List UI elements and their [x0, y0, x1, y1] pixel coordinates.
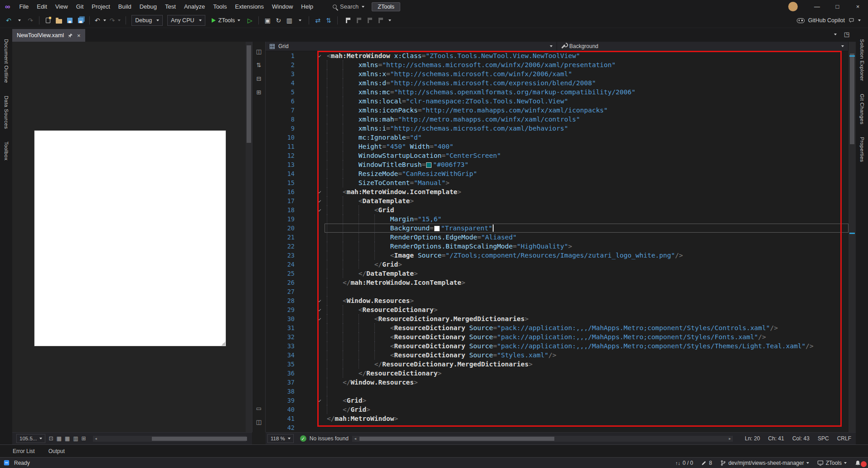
fold-chevron-icon[interactable] [315, 296, 325, 305]
editor-vertical-scrollbar[interactable] [849, 42, 856, 432]
fold-chevron-icon[interactable] [315, 51, 325, 60]
side-tab-toolbox[interactable]: Toolbox [4, 141, 9, 161]
code-line-11[interactable]: 11 Height="450" Width="400" [266, 142, 849, 151]
code-line-23[interactable]: 23 <Image Source="/ZTools;component/Reso… [266, 251, 849, 260]
code-line-15[interactable]: 15 SizeToContent="Manual"> [266, 178, 849, 187]
scrollbar-thumb[interactable] [359, 437, 554, 441]
navigate-backward-button[interactable]: ↶ [4, 15, 14, 26]
fold-chevron-icon[interactable] [315, 187, 325, 196]
fold-chevron-icon[interactable] [315, 305, 325, 314]
expand-pane-icon[interactable]: ◫ [256, 415, 262, 429]
code-line-32[interactable]: 32 <ResourceDictionary Source="pack://ap… [266, 332, 849, 341]
navigate-code-back-button[interactable]: ⇄ [313, 15, 323, 26]
code-line-16[interactable]: 16 <mah:MetroWindow.IconTemplate> [266, 187, 849, 196]
code-line-36[interactable]: 36 </ResourceDictionary> [266, 369, 849, 378]
search-box[interactable]: Search [333, 3, 364, 10]
navigate-forward-button[interactable]: ↷ [25, 15, 35, 26]
code-line-3[interactable]: 3 xmlns:x="http://schemas.microsoft.com/… [266, 69, 849, 78]
panel-tab-error-list[interactable]: Error List [13, 448, 35, 454]
debug-tools-dropdown[interactable] [295, 15, 305, 26]
code-line-38[interactable]: 38 [266, 387, 849, 396]
snap-to-grid-icon[interactable]: ▦ [65, 435, 70, 442]
scrollbar-thumb[interactable] [850, 54, 854, 144]
task-status-icon[interactable] [4, 460, 10, 466]
tab-newtoolview-xaml[interactable]: NewToolView.xaml × [12, 29, 85, 42]
designer-zoom-combo[interactable]: 105.5... [16, 434, 45, 443]
vertical-split-icon[interactable]: ⊞ [257, 85, 262, 99]
code-line-40[interactable]: 40 </Grid> [266, 405, 849, 414]
show-grid-icon[interactable]: ▦ [56, 435, 61, 442]
redo-button[interactable]: ↷ [108, 15, 122, 26]
code-line-30[interactable]: 30 <ResourceDictionary.MergedDictionarie… [266, 314, 849, 323]
scroll-left-icon[interactable]: ◂ [93, 436, 99, 442]
collapse-pane-icon[interactable]: ▭ [256, 401, 262, 415]
start-without-debugging-button[interactable]: ▷ [245, 15, 255, 26]
start-debug-button[interactable]: ZTools [208, 15, 244, 26]
bookmark-button[interactable] [341, 15, 351, 26]
code-line-17[interactable]: 17 <DataTemplate> [266, 196, 849, 205]
avatar[interactable] [788, 2, 798, 11]
profiler-button[interactable]: ▥ [284, 15, 294, 26]
repository-selector[interactable]: ZTools [817, 460, 847, 466]
fold-chevron-icon[interactable] [315, 314, 325, 323]
bookmarks-dropdown[interactable] [385, 15, 395, 26]
code-line-37[interactable]: 37 </Window.Resources> [266, 378, 849, 387]
menu-analyze[interactable]: Analyze [180, 0, 209, 13]
side-tab-properties[interactable]: Properties [859, 137, 865, 162]
menu-view[interactable]: View [51, 0, 72, 13]
code-line-26[interactable]: 26 </mah:MetroWindow.IconTemplate> [266, 278, 849, 287]
save-button[interactable] [65, 15, 75, 26]
code-line-4[interactable]: 4 xmlns:d="http://schemas.microsoft.com/… [266, 78, 849, 88]
code-line-24[interactable]: 24 </Grid> [266, 260, 849, 269]
menu-tools[interactable]: Tools [209, 0, 231, 13]
scroll-sync-icon[interactable]: ⇅ [257, 58, 262, 72]
open-folder-button[interactable] [54, 15, 64, 26]
menu-project[interactable]: Project [87, 0, 114, 13]
previous-bookmark-button[interactable] [352, 15, 362, 26]
fold-chevron-icon[interactable] [315, 396, 325, 405]
code-line-13[interactable]: 13 WindowTitleBrush="#006f73" [266, 160, 849, 169]
breadcrumb-property-combo[interactable]: Background [557, 42, 849, 51]
side-tab-git-changes[interactable]: Git Changes [859, 94, 865, 124]
editor-zoom-combo[interactable]: 118 % [267, 434, 294, 443]
code-line-9[interactable]: 9 xmlns:i="http://schemas.microsoft.com/… [266, 124, 849, 133]
panel-tab-output[interactable]: Output [48, 448, 65, 454]
code-line-7[interactable]: 7 xmlns:iconPacks="http://metro.mahapps.… [266, 106, 849, 115]
code-line-6[interactable]: 6 xmlns:local="clr-namespace:ZTools.Tool… [266, 97, 849, 106]
hot-reload-button[interactable]: ↻ [273, 15, 283, 26]
minimize-button[interactable]: — [807, 0, 827, 13]
close-tab-icon[interactable]: × [77, 32, 81, 39]
notifications-button[interactable] [855, 460, 861, 466]
editor-horizontal-scrollbar[interactable]: ◂ ▸ [352, 436, 733, 442]
code-line-10[interactable]: 10 mc:Ignorable="d" [266, 133, 849, 142]
attach-to-process-button[interactable]: ▣ [262, 15, 272, 26]
code-line-29[interactable]: 29 <ResourceDictionary> [266, 305, 849, 314]
code-line-28[interactable]: 28 <Window.Resources> [266, 296, 849, 305]
close-button[interactable]: × [848, 0, 868, 13]
menu-extensions[interactable]: Extensions [231, 0, 268, 13]
swap-panes-icon[interactable]: ◫ [256, 44, 262, 58]
code-line-31[interactable]: 31 <ResourceDictionary Source="pack://ap… [266, 323, 849, 332]
copilot-chat-icon[interactable] [849, 18, 854, 23]
code-line-27[interactable]: 27 [266, 287, 849, 296]
menu-build[interactable]: Build [114, 0, 136, 13]
navigate-backward-dropdown[interactable] [15, 15, 24, 26]
xaml-designer-surface[interactable] [12, 42, 246, 432]
navigate-code-forward-button[interactable]: ⇅ [324, 15, 334, 26]
show-guides-icon[interactable]: ▥ [73, 435, 78, 442]
menu-help[interactable]: Help [297, 0, 317, 13]
code-line-33[interactable]: 33 <ResourceDictionary Source="pack://ap… [266, 341, 849, 351]
menu-window[interactable]: Window [268, 0, 297, 13]
scroll-left-icon[interactable]: ◂ [352, 436, 359, 442]
code-line-14[interactable]: 14 ResizeMode="CanResizeWithGrip" [266, 169, 849, 178]
code-line-5[interactable]: 5 xmlns:mc="http://schemas.openxmlformat… [266, 88, 849, 97]
no-issues-icon[interactable]: ✓ [300, 435, 306, 442]
new-project-button[interactable] [43, 15, 53, 26]
side-tab-document-outline[interactable]: Document Outline [4, 39, 9, 83]
scrollbar-thumb[interactable] [247, 45, 251, 143]
xaml-code-editor[interactable]: Grid Background 1<mah:MetroWindow x:Clas… [266, 42, 849, 432]
snap-lines-icon[interactable]: ⊞ [81, 435, 86, 442]
window-layout-icon[interactable]: ◳ [844, 31, 849, 38]
code-line-34[interactable]: 34 <ResourceDictionary Source="Styles.xa… [266, 351, 849, 360]
zoom-fit-icon[interactable]: ⊡ [48, 435, 53, 442]
